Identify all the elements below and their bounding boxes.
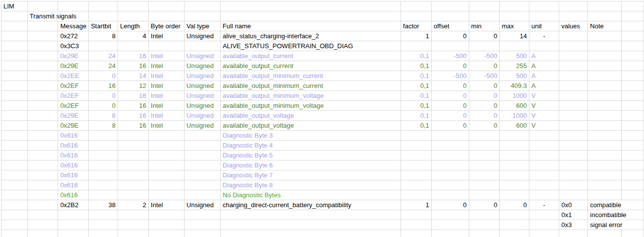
cell-message[interactable]: 0x2B2 [58,200,89,210]
cell-startbit[interactable] [89,220,118,230]
column-header-message[interactable]: Message [58,21,89,31]
cell[interactable] [1,61,28,71]
cell-offset[interactable] [432,131,469,141]
cell-byte_order[interactable] [148,151,184,160]
cell[interactable] [559,230,588,237]
cell-byte_order[interactable] [148,220,184,230]
cell[interactable] [1,160,28,170]
cell-startbit[interactable]: 24 [89,51,118,61]
cell-values[interactable]: 0x1 [559,210,588,220]
cell-factor[interactable]: 0,1 [401,71,432,81]
cell[interactable] [1,121,28,131]
cell-offset[interactable] [432,141,469,151]
cell-byte_order[interactable] [148,131,184,141]
cell-min[interactable]: -500 [469,71,500,81]
cell-startbit[interactable]: 0 [89,71,118,81]
cell-message[interactable]: 0x29E [58,61,89,71]
cell-factor[interactable]: 0,1 [401,111,432,121]
cell-section-title[interactable]: Transmit signals [27,11,88,21]
cell-full_name[interactable] [220,210,401,220]
cell-byte_order[interactable] [148,170,184,180]
cell[interactable] [588,11,622,21]
cell-unit[interactable] [529,180,559,190]
cell-length[interactable] [118,190,149,200]
cell-values[interactable] [559,141,588,151]
cell-startbit[interactable]: 0 [89,91,118,101]
cell-startbit[interactable] [89,131,118,141]
column-header-startbit[interactable]: Startbit [89,21,118,31]
cell-message[interactable]: 0x29E [58,51,89,61]
cell[interactable] [27,111,58,121]
cell-factor[interactable]: 0,1 [401,101,432,111]
cell-length[interactable]: 4 [118,31,149,41]
cell-unit[interactable]: A [529,61,559,71]
cell[interactable] [27,200,58,210]
column-header-factor[interactable]: factor [401,21,432,31]
cell-unit[interactable]: V [529,101,559,111]
cell-unit[interactable] [529,160,559,170]
cell-max[interactable] [500,41,529,51]
cell-startbit[interactable]: 8 [89,31,118,41]
cell-startbit[interactable] [89,141,118,151]
cell[interactable] [27,220,58,230]
cell-length[interactable] [118,41,149,51]
cell-message[interactable]: 0x616 [58,170,89,180]
cell-val_type[interactable] [184,220,220,230]
column-header-full-name[interactable]: Full name [220,21,401,31]
column-header-values[interactable]: values [559,21,588,31]
cell-min[interactable] [469,220,500,230]
cell[interactable] [1,170,28,180]
cell-message[interactable]: 0x616 [58,180,89,190]
cell-offset[interactable] [432,170,469,180]
cell-length[interactable] [118,141,149,151]
cell-val_type[interactable] [184,210,220,220]
cell-length[interactable] [118,131,149,141]
cell-length[interactable] [118,151,149,160]
cell[interactable] [89,230,118,237]
cell[interactable] [622,91,644,101]
cell-offset[interactable]: -500 [432,51,469,61]
cell-val_type[interactable] [184,131,220,141]
cell[interactable] [27,160,58,170]
cell-offset[interactable]: 0 [432,111,469,121]
cell-values[interactable] [559,61,588,71]
cell-values[interactable] [559,170,588,180]
cell[interactable] [1,200,28,210]
cell-offset[interactable]: 0 [432,81,469,91]
cell-length[interactable]: 16 [118,91,149,101]
cell-max[interactable]: 600 [500,121,529,131]
cell-note[interactable] [588,61,622,71]
cell[interactable] [622,190,644,200]
cell[interactable] [622,41,644,51]
cell-val_type[interactable] [184,41,220,51]
cell[interactable] [1,11,28,21]
cell-factor[interactable] [401,170,432,180]
cell[interactable] [27,41,58,51]
cell[interactable] [27,230,58,237]
cell-offset[interactable] [432,210,469,220]
cell-max[interactable] [500,180,529,190]
cell[interactable] [622,160,644,170]
cell-min[interactable] [469,131,500,141]
cell-min[interactable]: 0 [469,91,500,101]
cell-offset[interactable] [432,151,469,160]
cell-values[interactable] [559,160,588,170]
cell[interactable] [622,1,644,11]
cell-factor[interactable] [401,190,432,200]
cell-offset[interactable] [432,220,469,230]
cell[interactable] [622,180,644,190]
cell-byte_order[interactable]: Intel [148,31,184,41]
cell-factor[interactable]: 1 [401,200,432,210]
cell-startbit[interactable] [89,160,118,170]
cell[interactable] [1,51,28,61]
cell-factor[interactable]: 0,1 [401,81,432,91]
cell[interactable] [27,81,58,91]
cell-note[interactable] [588,101,622,111]
cell-factor[interactable] [401,141,432,151]
cell-full_name[interactable]: available_output_voltage [220,121,401,131]
cell[interactable] [500,230,529,237]
cell-note[interactable] [588,121,622,131]
cell-val_type[interactable]: Unsigned [184,200,220,210]
cell-factor[interactable] [401,131,432,141]
cell[interactable] [622,170,644,180]
